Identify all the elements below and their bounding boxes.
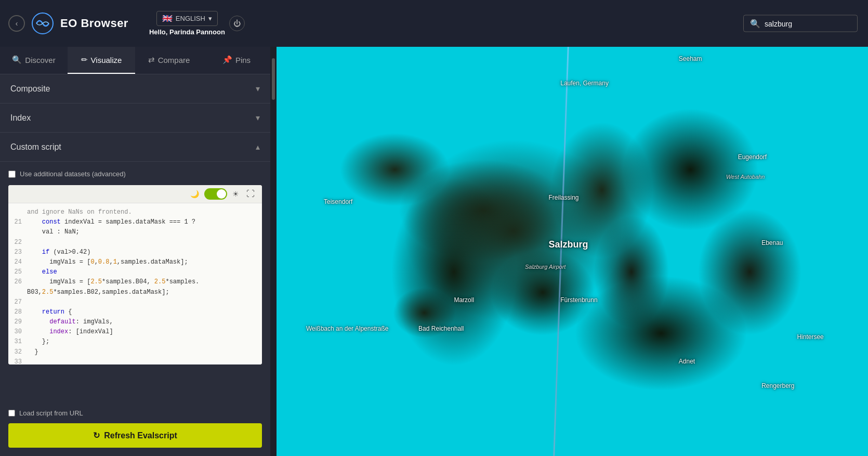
comment-text: and ignore NaNs on frontend. xyxy=(27,207,132,217)
main: 🔍 Discover ✏ Visualize ⇄ Compare 📌 Pins … xyxy=(0,47,868,456)
search-input[interactable] xyxy=(765,19,851,28)
custom-script-label: Custom script xyxy=(10,142,61,152)
logo-icon xyxy=(31,12,54,35)
index-label: Index xyxy=(10,113,31,123)
tab-compare[interactable]: ⇄ Compare xyxy=(135,47,203,74)
header-search: 🔍 xyxy=(743,15,858,32)
header-left: ‹ EO Browser xyxy=(8,12,128,35)
back-button[interactable]: ‹ xyxy=(8,15,25,32)
line-number: 26 xyxy=(12,277,27,287)
composite-chevron-icon: ▾ xyxy=(256,84,260,94)
line-number: 29 xyxy=(12,317,27,327)
compare-icon: ⇄ xyxy=(148,55,155,64)
code-editor[interactable]: 🌙 ☀ ⛶ and ignore NaNs on frontend. 21 co… xyxy=(8,185,262,364)
tab-visualize-label: Visualize xyxy=(91,56,122,64)
tab-discover[interactable]: 🔍 Discover xyxy=(0,47,68,74)
fullscreen-button[interactable]: ⛶ xyxy=(244,188,257,200)
line-number: 30 xyxy=(12,327,27,337)
line-content: imgVals = [2.5*samples.B04, 2.5*samples. xyxy=(27,277,199,287)
line-number: 33 xyxy=(12,357,27,364)
line-content: imgVals = [0,0.8,1,samples.dataMask]; xyxy=(27,257,188,267)
scroll-rail[interactable] xyxy=(270,47,277,456)
line-content: val : NaN; xyxy=(27,227,80,237)
line-number: 27 xyxy=(12,297,27,307)
tabs: 🔍 Discover ✏ Visualize ⇄ Compare 📌 Pins xyxy=(0,47,270,74)
line-number: 24 xyxy=(12,257,27,267)
code-lines: and ignore NaNs on frontend. 21 const in… xyxy=(8,203,262,364)
language-button[interactable]: 🇬🇧 ENGLISH ▾ xyxy=(156,11,218,26)
search-icon: 🔍 xyxy=(750,19,760,29)
tab-visualize[interactable]: ✏ Visualize xyxy=(68,47,135,74)
code-line: 30 index: [indexVal] xyxy=(8,327,262,337)
code-line: 23 if (val>0.42) xyxy=(8,247,262,257)
line-number xyxy=(12,227,27,237)
code-line: 31 }; xyxy=(8,337,262,347)
sidebar-content: Composite ▾ Index ▾ Custom script ▴ Use … xyxy=(0,74,270,403)
line-number: 28 xyxy=(12,307,27,317)
power-button[interactable]: ⏻ xyxy=(229,16,245,31)
code-line: B03,2.5*samples.B02,samples.dataMask]; xyxy=(8,288,262,297)
line-content: default: imgVals, xyxy=(27,317,113,327)
lang-chevron-icon: ▾ xyxy=(208,15,212,22)
map-container[interactable]: SeehamLaufen, GermanyTeisendorfFreilassi… xyxy=(277,47,868,456)
load-script-label: Load script from URL xyxy=(19,409,83,417)
language-label: ENGLISH xyxy=(176,15,205,22)
composite-label: Composite xyxy=(10,84,50,94)
sun-icon: ☀ xyxy=(232,190,239,198)
code-line: 26 imgVals = [2.5*samples.B04, 2.5*sampl… xyxy=(8,277,262,287)
code-line: 21 const indexVal = samples.dataMask ===… xyxy=(8,217,262,227)
header-center: 🇬🇧 ENGLISH ▾ Hello, Parinda Pannoon xyxy=(149,11,225,36)
line-number xyxy=(12,288,27,297)
tab-discover-label: Discover xyxy=(25,56,55,64)
additional-datasets-label: Use additional datasets (advanced) xyxy=(20,170,126,178)
line-content: else xyxy=(27,267,57,277)
refresh-label: Refresh Evalscript xyxy=(104,431,177,440)
header: ‹ EO Browser 🇬🇧 ENGLISH ▾ Hello, Parinda… xyxy=(0,0,868,47)
refresh-evalscript-button[interactable]: ↻ Refresh Evalscript xyxy=(8,423,262,448)
code-line: 32 } xyxy=(8,347,262,357)
section-index[interactable]: Index ▾ xyxy=(0,103,270,133)
code-line: 29 default: imgVals, xyxy=(8,317,262,327)
scroll-thumb xyxy=(272,58,275,100)
hello-text: Hello, Parinda Pannoon xyxy=(149,28,225,36)
code-line: 33 xyxy=(8,357,262,364)
theme-toggle[interactable] xyxy=(204,188,227,200)
username: Parinda Pannoon xyxy=(169,28,225,36)
line-content: B03,2.5*samples.B02,samples.dataMask]; xyxy=(27,288,169,297)
sidebar: 🔍 Discover ✏ Visualize ⇄ Compare 📌 Pins … xyxy=(0,47,270,456)
line-number: 25 xyxy=(12,267,27,277)
code-comment-line: and ignore NaNs on frontend. xyxy=(8,207,262,217)
map-overlay xyxy=(277,47,868,456)
code-line: 22 xyxy=(8,238,262,247)
tab-compare-label: Compare xyxy=(158,56,190,64)
line-content: return { xyxy=(27,307,72,317)
code-line: 28 return { xyxy=(8,307,262,317)
line-content: index: [indexVal] xyxy=(27,327,113,337)
line-content: }; xyxy=(27,337,49,347)
section-custom-script[interactable]: Custom script ▴ xyxy=(0,133,270,162)
code-line: 24 imgVals = [0,0.8,1,samples.dataMask]; xyxy=(8,257,262,267)
editor-toolbar: 🌙 ☀ ⛶ xyxy=(8,185,262,203)
line-content: const indexVal = samples.dataMask === 1 … xyxy=(27,217,195,227)
additional-datasets-checkbox[interactable] xyxy=(8,171,16,178)
index-chevron-icon: ▾ xyxy=(256,113,260,123)
app-title: EO Browser xyxy=(60,17,128,30)
line-number: 31 xyxy=(12,337,27,347)
line-content: if (val>0.42) xyxy=(27,247,90,257)
custom-script-chevron-icon: ▴ xyxy=(256,142,260,152)
code-line: 27 xyxy=(8,297,262,307)
line-content: } xyxy=(27,347,38,357)
pins-icon: 📌 xyxy=(222,55,232,64)
section-composite[interactable]: Composite ▾ xyxy=(0,74,270,103)
flag-icon: 🇬🇧 xyxy=(162,14,173,23)
load-script-checkbox[interactable] xyxy=(8,410,15,416)
visualize-icon: ✏ xyxy=(81,55,88,64)
tab-pins-label: Pins xyxy=(235,56,251,64)
map-background: SeehamLaufen, GermanyTeisendorfFreilassi… xyxy=(277,47,868,456)
tab-pins[interactable]: 📌 Pins xyxy=(203,47,270,74)
line-number: 21 xyxy=(12,217,27,227)
line-number: 32 xyxy=(12,347,27,357)
refresh-icon: ↻ xyxy=(93,431,100,440)
line-num xyxy=(12,207,27,217)
custom-script-content: Use additional datasets (advanced) 🌙 ☀ ⛶ xyxy=(0,162,270,364)
